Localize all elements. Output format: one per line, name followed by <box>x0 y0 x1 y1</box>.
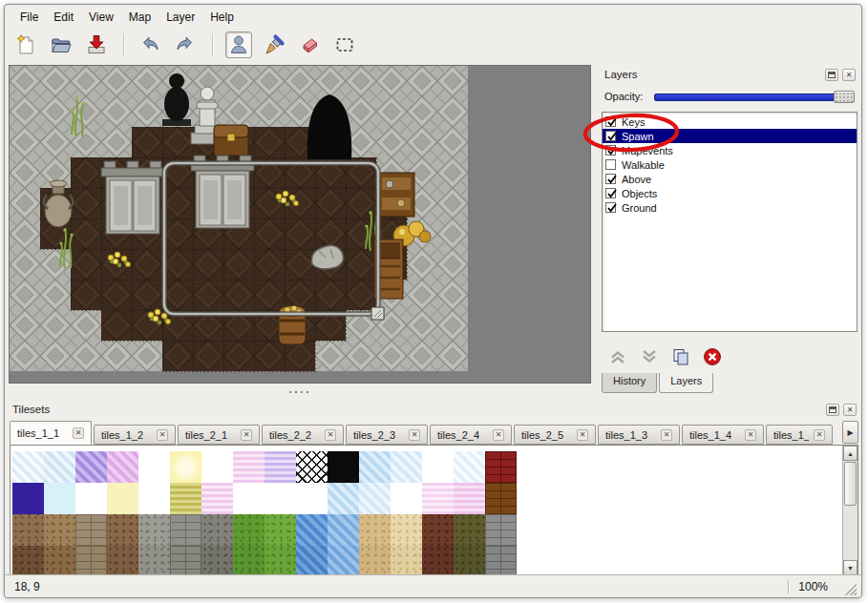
tile-swatch[interactable] <box>328 483 359 514</box>
splitter-handle[interactable] <box>9 385 591 399</box>
menu-edit[interactable]: Edit <box>46 9 81 26</box>
layer-row-above[interactable]: Above <box>603 172 857 186</box>
tile-swatch[interactable] <box>12 483 44 514</box>
tile-swatch[interactable] <box>138 483 170 514</box>
tile-swatch[interactable] <box>44 546 75 576</box>
tile-swatch[interactable] <box>75 451 107 483</box>
tile-swatch[interactable] <box>391 451 422 483</box>
tile-swatch[interactable] <box>422 546 454 576</box>
tile-swatch[interactable] <box>296 514 328 546</box>
tileset-tab-tiles_2_5[interactable]: tiles_2_5✕ <box>514 425 596 445</box>
tile-swatch[interactable] <box>107 451 138 483</box>
layer-checkbox-walkable[interactable] <box>605 159 616 170</box>
tile-swatch[interactable] <box>170 546 201 576</box>
delete-layer-button[interactable] <box>701 346 724 367</box>
tile-swatch[interactable] <box>201 514 233 546</box>
scrollbar-track[interactable] <box>843 461 857 560</box>
map-canvas[interactable] <box>9 65 591 384</box>
tile-swatch[interactable] <box>454 451 485 483</box>
tile-swatch[interactable] <box>201 546 233 576</box>
menu-layer[interactable]: Layer <box>159 9 202 26</box>
tile-swatch[interactable] <box>233 514 265 546</box>
tab-close-icon[interactable]: ✕ <box>577 429 588 441</box>
tileset-tab-tiles_2_3[interactable]: tiles_2_3✕ <box>346 425 428 445</box>
tile-swatch[interactable] <box>296 451 328 483</box>
tile-swatch[interactable] <box>138 514 170 546</box>
tile-swatch[interactable] <box>485 483 517 514</box>
tileset-tab-tiles_2_4[interactable]: tiles_2_4✕ <box>430 425 512 445</box>
tile-swatch[interactable] <box>422 451 454 483</box>
tile-swatch[interactable] <box>44 483 75 514</box>
layer-checkbox-above[interactable] <box>605 174 616 184</box>
tile-swatch[interactable] <box>391 514 422 546</box>
layer-checkbox-keys[interactable] <box>605 116 616 127</box>
tab-close-icon[interactable]: ✕ <box>325 429 336 441</box>
undo-button[interactable] <box>137 31 163 58</box>
tile-swatch[interactable] <box>233 451 265 483</box>
tile-swatch[interactable] <box>265 483 296 514</box>
float-panel-button[interactable] <box>825 69 838 81</box>
selection-resize-handle[interactable] <box>371 307 384 320</box>
tile-swatch[interactable] <box>138 546 170 576</box>
tileset-tab-tiles_1_2[interactable]: tiles_1_2✕ <box>94 425 176 445</box>
layer-checkbox-mapevents[interactable] <box>605 145 616 156</box>
layer-row-objects[interactable]: Objects <box>603 186 857 200</box>
redo-button[interactable] <box>172 31 199 58</box>
tile-swatch[interactable] <box>359 483 391 514</box>
tileset-tab-tiles_1_1[interactable]: tiles_1_1✕ <box>10 421 92 445</box>
tile-swatch[interactable] <box>233 483 265 514</box>
tile-swatch[interactable] <box>12 451 44 483</box>
menu-view[interactable]: View <box>81 9 121 26</box>
tile-swatch[interactable] <box>265 546 296 576</box>
tileset-scrollbar[interactable]: ▲ ▼ <box>842 446 857 575</box>
tile-swatch[interactable] <box>12 514 44 546</box>
layer-row-mapevents[interactable]: Mapevents <box>603 143 857 157</box>
select-tool-button[interactable] <box>331 31 358 58</box>
layer-row-walkable[interactable]: Walkable <box>603 157 857 172</box>
tileset-tab-tiles_2_1[interactable]: tiles_2_1✕ <box>178 425 260 445</box>
tile-swatch[interactable] <box>201 451 233 483</box>
tile-swatch[interactable] <box>359 451 391 483</box>
move-layer-up-button[interactable] <box>606 346 629 367</box>
resize-grip[interactable] <box>843 582 857 595</box>
tab-close-icon[interactable]: ✕ <box>409 429 420 441</box>
new-file-button[interactable] <box>12 31 39 58</box>
scroll-up-button[interactable]: ▲ <box>843 446 857 461</box>
opacity-slider-handle[interactable] <box>834 91 855 103</box>
tab-close-icon[interactable]: ✕ <box>493 429 504 441</box>
event-tool-button[interactable] <box>225 31 252 58</box>
save-file-button[interactable] <box>83 31 110 58</box>
tile-swatch[interactable] <box>170 514 201 546</box>
scrollbar-thumb[interactable] <box>844 462 857 506</box>
tile-swatch[interactable] <box>422 483 454 514</box>
brush-tool-button[interactable] <box>261 31 287 58</box>
dock-tab-history[interactable]: History <box>602 373 657 393</box>
tile-swatch[interactable] <box>422 514 454 546</box>
layer-row-keys[interactable]: Keys <box>603 114 857 129</box>
tile-swatch[interactable] <box>75 483 107 514</box>
layer-checkbox-ground[interactable] <box>605 202 616 213</box>
tile-swatch[interactable] <box>328 546 359 576</box>
tileset-tab-tiles_1_[interactable]: tiles_1_✕ <box>766 425 833 445</box>
tile-swatch[interactable] <box>454 514 485 546</box>
tile-swatch[interactable] <box>485 514 517 546</box>
tile-swatch[interactable] <box>170 451 201 483</box>
tile-swatch[interactable] <box>328 514 359 546</box>
float-panel-button[interactable] <box>826 404 839 416</box>
tileset-tab-tiles_1_4[interactable]: tiles_1_4✕ <box>682 425 764 445</box>
layer-row-spawn[interactable]: Spawn <box>603 129 857 143</box>
close-panel-button[interactable]: ✕ <box>843 404 857 416</box>
tile-swatch[interactable] <box>391 546 422 576</box>
open-file-button[interactable] <box>48 31 74 58</box>
tab-close-icon[interactable]: ✕ <box>157 429 168 441</box>
tile-swatch[interactable] <box>75 514 107 546</box>
tab-close-icon[interactable]: ✕ <box>745 429 756 441</box>
scroll-down-button[interactable]: ▼ <box>843 560 857 575</box>
tile-swatch[interactable] <box>359 546 391 576</box>
tile-swatch[interactable] <box>296 546 328 576</box>
tile-swatch[interactable] <box>485 451 517 483</box>
tile-swatch[interactable] <box>454 546 485 576</box>
tab-close-icon[interactable]: ✕ <box>241 429 252 441</box>
layer-checkbox-spawn[interactable] <box>605 131 616 141</box>
menu-file[interactable]: File <box>12 9 46 26</box>
